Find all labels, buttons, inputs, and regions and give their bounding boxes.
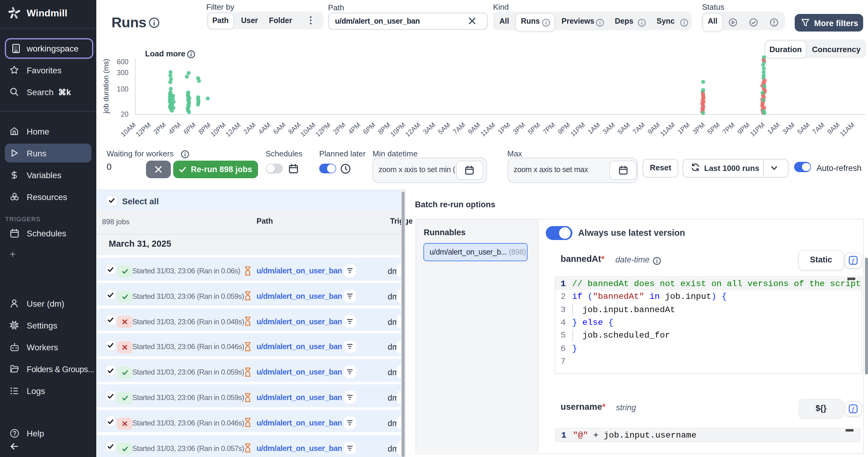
svg-text:600: 600 bbox=[117, 58, 128, 66]
svg-text:11AM: 11AM bbox=[659, 121, 676, 138]
svg-text:9PM: 9PM bbox=[556, 121, 571, 136]
svg-text:7AM: 7AM bbox=[631, 121, 646, 136]
svg-text:2PM: 2PM bbox=[152, 121, 167, 136]
svg-text:12AM: 12AM bbox=[404, 121, 422, 138]
svg-text:1AM: 1AM bbox=[766, 121, 781, 136]
svg-text:7AM: 7AM bbox=[452, 121, 467, 136]
svg-text:2AM: 2AM bbox=[242, 121, 257, 136]
svg-text:10PM: 10PM bbox=[209, 121, 227, 138]
svg-text:7PM: 7PM bbox=[721, 121, 736, 136]
svg-text:6AM: 6AM bbox=[272, 121, 287, 136]
svg-text:1PM: 1PM bbox=[676, 121, 691, 136]
svg-text:12AM: 12AM bbox=[224, 121, 242, 138]
svg-text:5AM: 5AM bbox=[616, 121, 631, 136]
svg-text:6PM: 6PM bbox=[362, 121, 377, 136]
svg-text:11AM: 11AM bbox=[838, 121, 856, 138]
svg-text:5PM: 5PM bbox=[526, 121, 541, 136]
svg-text:11PM: 11PM bbox=[569, 121, 586, 138]
svg-text:3AM: 3AM bbox=[781, 121, 796, 136]
svg-text:4AM: 4AM bbox=[257, 121, 272, 136]
svg-text:2PM: 2PM bbox=[332, 121, 347, 136]
svg-text:20: 20 bbox=[121, 110, 128, 118]
svg-text:10AM: 10AM bbox=[299, 121, 317, 138]
svg-text:11PM: 11PM bbox=[749, 121, 766, 138]
svg-text:f: f bbox=[852, 258, 855, 264]
svg-text:9AM: 9AM bbox=[826, 121, 841, 136]
svg-text:11AM: 11AM bbox=[479, 121, 497, 138]
svg-text:12PM: 12PM bbox=[314, 121, 332, 138]
svg-text:f: f bbox=[852, 406, 855, 412]
svg-text:3AM: 3AM bbox=[422, 121, 437, 136]
svg-text:6PM: 6PM bbox=[182, 121, 197, 136]
svg-text:5AM: 5AM bbox=[796, 121, 811, 136]
svg-text:3PM: 3PM bbox=[511, 121, 526, 136]
svg-text:12PM: 12PM bbox=[134, 121, 152, 138]
svg-text:10PM: 10PM bbox=[389, 121, 407, 138]
svg-text:9AM: 9AM bbox=[466, 121, 482, 136]
svg-text:100: 100 bbox=[117, 85, 128, 93]
svg-text:5PM: 5PM bbox=[706, 121, 721, 136]
svg-text:7AM: 7AM bbox=[811, 121, 826, 136]
svg-text:3AM: 3AM bbox=[601, 121, 616, 136]
svg-text:1AM: 1AM bbox=[586, 121, 601, 136]
svg-text:5AM: 5AM bbox=[436, 121, 452, 136]
svg-text:1PM: 1PM bbox=[496, 121, 512, 136]
svg-text:7PM: 7PM bbox=[541, 121, 556, 136]
svg-text:9PM: 9PM bbox=[736, 121, 751, 136]
svg-text:3PM: 3PM bbox=[691, 121, 706, 136]
svg-text:4PM: 4PM bbox=[347, 121, 362, 136]
svg-text:300: 300 bbox=[117, 69, 128, 77]
svg-text:4PM: 4PM bbox=[167, 121, 182, 136]
svg-text:9AM: 9AM bbox=[646, 121, 661, 136]
svg-text:10AM: 10AM bbox=[119, 121, 137, 138]
